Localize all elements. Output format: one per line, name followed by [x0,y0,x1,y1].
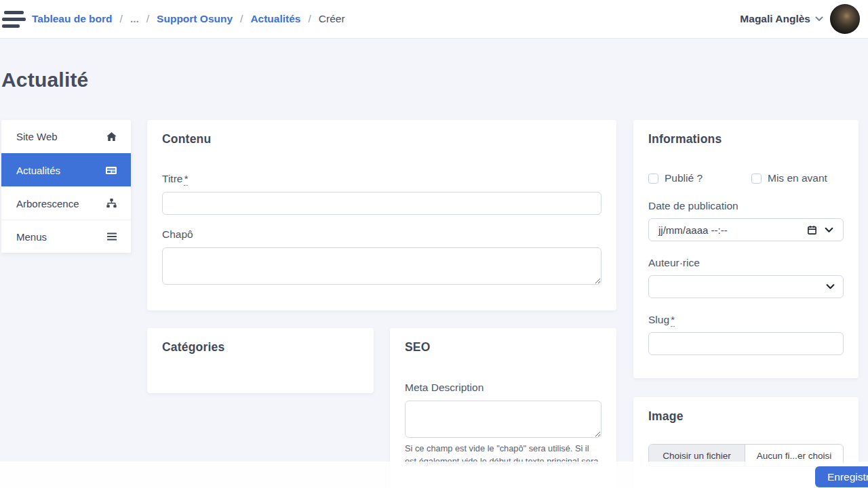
auteur-label: Auteur·rice [648,257,844,269]
auteur-select[interactable] [648,275,844,298]
sidebar-item-menus[interactable]: Menus [1,220,131,253]
publie-checkbox[interactable] [648,174,658,184]
breadcrumb-separator: / [146,13,149,25]
page-title: Actualité [1,68,89,92]
contenu-card-title: Contenu [162,132,601,146]
sidebar-item-label: Actualités [16,165,60,176]
meta-description-textarea[interactable] [405,401,601,438]
sidebar-item-site-web[interactable]: Site Web [1,120,131,153]
seo-card-title: SEO [405,340,601,354]
sidebar: Site Web Actualités Arborescence Menus [1,120,131,253]
contenu-card: Contenu Titre* Chapô [147,120,616,310]
sidebar-item-label: Site Web [16,131,58,142]
image-card-title: Image [648,409,844,424]
chevron-down-icon [815,16,823,22]
date-publication-label: Date de publication [648,200,844,212]
user-menu-trigger[interactable]: Magali Anglès [740,13,823,25]
breadcrumb: Tableau de bord / ... / Support Osuny / … [32,0,345,38]
chapo-textarea[interactable] [162,247,601,285]
breadcrumb-ellipsis[interactable]: ... [130,13,139,25]
slug-label: Slug* [648,314,844,326]
chevron-down-icon[interactable] [825,227,833,233]
breadcrumb-actualites[interactable]: Actualités [250,13,300,25]
mis-en-avant-checkbox[interactable] [751,174,762,184]
user-name-label: Magali Anglès [740,13,810,25]
titre-label: Titre* [162,173,601,185]
sidebar-item-arborescence[interactable]: Arborescence [1,186,131,220]
required-asterisk: * [671,314,675,327]
footer-save-bar: Enregistrer [0,462,868,488]
auteur-select-wrap [648,275,844,298]
sitemap-icon [106,198,117,209]
breadcrumb-dashboard[interactable]: Tableau de bord [32,13,113,25]
top-bar: Tableau de bord / ... / Support Osuny / … [0,0,868,39]
chapo-label: Chapô [162,228,601,241]
menu-lines-icon [106,232,117,241]
home-icon [106,131,117,142]
required-asterisk: * [184,173,188,186]
titre-input[interactable] [162,192,601,215]
slug-input[interactable] [648,332,844,355]
breadcrumb-separator: / [240,13,243,25]
informations-card-title: Informations [648,132,844,146]
calendar-icon[interactable] [807,225,817,235]
publie-check-group: Publié ? [648,172,703,184]
save-button[interactable]: Enregistrer [815,466,868,487]
avatar[interactable] [830,4,860,34]
sidebar-item-actualites[interactable]: Actualités [1,153,131,186]
date-publication-input[interactable]: jj/mm/aaaa --:-- [648,218,844,241]
breadcrumb-separator: / [120,13,123,25]
sidebar-item-label: Arborescence [16,198,79,209]
publish-options-row: Publié ? Mis en avant [648,172,844,184]
sidebar-item-label: Menus [16,231,47,243]
categories-card-title: Catégories [162,340,359,354]
categories-card: Catégories [147,328,374,393]
date-placeholder: jj/mm/aaaa --:-- [658,224,807,236]
breadcrumb-current-creer: Créer [319,13,345,25]
meta-description-label: Meta Description [405,382,601,394]
menu-icon[interactable] [1,11,26,28]
mis-en-avant-label: Mis en avant [768,172,827,184]
publie-label: Publié ? [665,172,703,184]
user-menu: Magali Anglès [740,0,860,38]
breadcrumb-support-osuny[interactable]: Support Osuny [157,13,233,25]
newspaper-icon [105,165,117,176]
mis-en-avant-check-group: Mis en avant [751,172,827,184]
informations-card: Informations Publié ? Mis en avant Date … [633,120,859,378]
breadcrumb-separator: / [308,13,311,25]
